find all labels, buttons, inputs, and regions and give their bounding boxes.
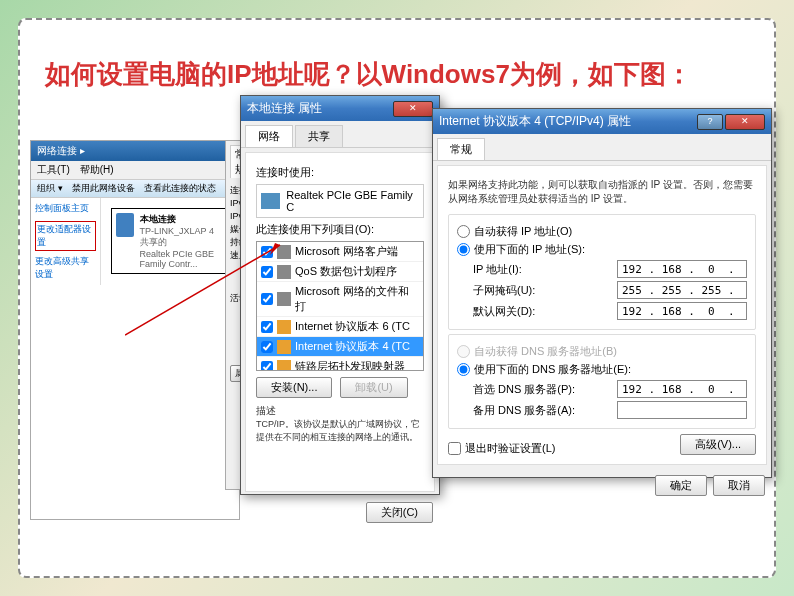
- sidebar-link-sharing[interactable]: 更改高级共享设置: [35, 255, 96, 281]
- cancel-button[interactable]: 取消: [713, 475, 765, 496]
- install-button[interactable]: 安装(N)...: [256, 377, 332, 398]
- radio-manual-dns[interactable]: [457, 363, 470, 376]
- close-icon[interactable]: ✕: [393, 101, 433, 117]
- protocol-icon: [277, 292, 291, 306]
- protocol-icon: [277, 360, 291, 372]
- item-checkbox[interactable]: [261, 293, 273, 305]
- list-item[interactable]: Internet 协议版本 6 (TC: [257, 317, 423, 337]
- command-bar[interactable]: 组织 ▾ 禁用此网络设备 查看此连接的状态: [31, 180, 239, 198]
- close-icon[interactable]: ✕: [725, 114, 765, 130]
- list-item[interactable]: Internet 协议版本 4 (TC: [257, 337, 423, 357]
- list-item[interactable]: Microsoft 网络客户端: [257, 242, 423, 262]
- protocol-icon: [277, 340, 291, 354]
- connection-adapter: Realtek PCIe GBE Family Contr...: [140, 249, 224, 269]
- radio-auto-ip[interactable]: [457, 225, 470, 238]
- hint-text: 如果网络支持此功能，则可以获取自动指派的 IP 设置。否则，您需要从网络系统管理…: [448, 174, 756, 210]
- properties-window: 本地连接 属性 ✕ 网络 共享 连接时使用: Realtek PCIe GBE …: [240, 95, 440, 495]
- dns2-label: 备用 DNS 服务器(A):: [473, 403, 575, 418]
- dns2-input[interactable]: [617, 401, 747, 419]
- sidebar: 控制面板主页 更改适配器设置 更改高级共享设置: [31, 198, 101, 285]
- list-item[interactable]: Microsoft 网络的文件和打: [257, 282, 423, 317]
- item-checkbox[interactable]: [261, 266, 273, 278]
- gateway-label: 默认网关(D):: [473, 304, 535, 319]
- adapter-box: Realtek PCIe GBE Family C: [256, 184, 424, 218]
- window-title: 本地连接 属性: [247, 100, 322, 117]
- radio-manual-ip[interactable]: [457, 243, 470, 256]
- window-title: Internet 协议版本 4 (TCP/IPv4) 属性: [439, 113, 631, 130]
- item-checkbox[interactable]: [261, 246, 273, 258]
- item-checkbox[interactable]: [261, 341, 273, 353]
- dns1-input[interactable]: [617, 380, 747, 398]
- label-connect-using: 连接时使用:: [256, 165, 424, 180]
- connection-item[interactable]: 本地连接 TP-LINK_JXLAP 4 共享的 Realtek PCIe GB…: [111, 208, 229, 274]
- radio-auto-dns: [457, 345, 470, 358]
- adapter-name: Realtek PCIe GBE Family C: [286, 189, 419, 213]
- protocol-list[interactable]: Microsoft 网络客户端QoS 数据包计划程序Microsoft 网络的文…: [256, 241, 424, 371]
- protocol-icon: [277, 265, 291, 279]
- network-connections-window: 网络连接 ▸ 工具(T) 帮助(H) 组织 ▾ 禁用此网络设备 查看此连接的状态…: [30, 140, 240, 520]
- protocol-icon: [277, 245, 291, 259]
- advanced-button[interactable]: 高级(V)...: [680, 434, 756, 455]
- item-checkbox[interactable]: [261, 361, 273, 372]
- tab-general[interactable]: 常规: [437, 138, 485, 160]
- mask-input[interactable]: [617, 281, 747, 299]
- item-checkbox[interactable]: [261, 321, 273, 333]
- connection-name: 本地连接: [140, 213, 224, 226]
- sidebar-link[interactable]: 控制面板主页: [35, 202, 96, 215]
- slide-title: 如何设置电脑的IP地址呢？以Windows7为例，如下图：: [45, 55, 692, 94]
- description-text: TCP/IP。该协议是默认的广域网协议，它提供在不同的相互连接的网络上的通讯。: [256, 418, 424, 444]
- description-label: 描述: [256, 404, 424, 418]
- list-item[interactable]: QoS 数据包计划程序: [257, 262, 423, 282]
- list-item[interactable]: 链路层拓扑发现映射器: [257, 357, 423, 371]
- dns1-label: 首选 DNS 服务器(P):: [473, 382, 575, 397]
- tab-network[interactable]: 网络: [245, 125, 293, 147]
- mask-label: 子网掩码(U):: [473, 283, 535, 298]
- help-icon[interactable]: ?: [697, 114, 723, 130]
- gateway-input[interactable]: [617, 302, 747, 320]
- menu-bar[interactable]: 工具(T) 帮助(H): [31, 161, 239, 180]
- tab-sharing[interactable]: 共享: [295, 125, 343, 147]
- protocol-icon: [277, 320, 291, 334]
- ok-button[interactable]: 确定: [655, 475, 707, 496]
- breadcrumb[interactable]: 网络连接 ▸: [31, 141, 239, 161]
- network-adapter-icon: [116, 213, 134, 237]
- ip-label: IP 地址(I):: [473, 262, 522, 277]
- validate-checkbox[interactable]: [448, 442, 461, 455]
- label-items: 此连接使用下列项目(O):: [256, 222, 424, 237]
- nic-icon: [261, 193, 280, 209]
- ip-input[interactable]: [617, 260, 747, 278]
- close-button[interactable]: 关闭(C): [366, 502, 433, 523]
- ipv4-properties-window: Internet 协议版本 4 (TCP/IPv4) 属性 ? ✕ 常规 如果网…: [432, 108, 772, 478]
- sidebar-link-adapter[interactable]: 更改适配器设置: [35, 221, 96, 251]
- uninstall-button[interactable]: 卸载(U): [340, 377, 407, 398]
- connection-network: TP-LINK_JXLAP 4 共享的: [140, 226, 224, 249]
